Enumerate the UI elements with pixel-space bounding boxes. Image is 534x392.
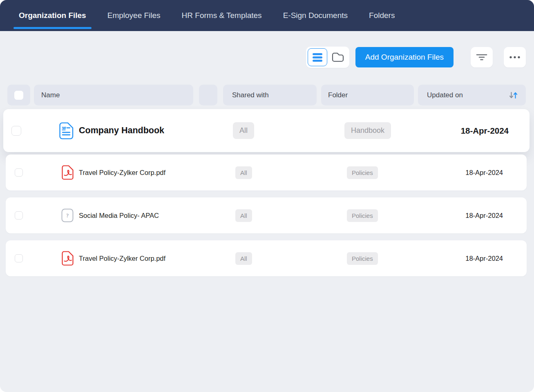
top-navigation: Organization Files Employee Files HR For… [0, 0, 534, 31]
row-checkbox[interactable] [15, 168, 23, 177]
row-checkbox-cell [3, 126, 29, 136]
ellipsis-icon [509, 56, 521, 59]
app-window: Organization Files Employee Files HR For… [0, 0, 534, 392]
file-name: Travel Policy-Zylker Corp.pdf [79, 255, 165, 262]
folder-view-icon [332, 52, 344, 63]
list-view-button[interactable] [308, 48, 327, 66]
svg-text:?: ? [66, 213, 69, 219]
nav-tab-label: Employee Files [107, 11, 161, 20]
tab-folders[interactable]: Folders [364, 0, 400, 31]
column-header-name[interactable]: Name [34, 85, 193, 105]
filter-button[interactable] [471, 47, 493, 67]
toolbar: Add Organization Files [8, 47, 526, 67]
folder-cell: Policies [347, 209, 465, 222]
row-checkbox[interactable] [11, 126, 21, 136]
shared-with-cell: All [235, 209, 347, 222]
column-header-blank [199, 85, 217, 105]
pdf-icon [61, 251, 74, 266]
file-row[interactable]: w Company Handbook All Handbook 18-Apr-2… [3, 109, 530, 152]
file-row[interactable]: ? Social Media Policy- APAC All Policies… [6, 197, 527, 233]
folder-badge: Policies [347, 166, 378, 179]
tab-hr-forms-templates[interactable]: HR Forms & Templates [177, 0, 267, 31]
folder-badge: Policies [347, 252, 378, 265]
view-toggle [306, 47, 349, 68]
folder-badge: Policies [347, 209, 378, 222]
tab-organization-files[interactable]: Organization Files [13, 0, 92, 31]
shared-with-cell: All [235, 252, 347, 265]
updated-on-date: 18-Apr-2024 [465, 169, 527, 177]
nav-tab-label: Folders [369, 11, 395, 20]
sort-icon[interactable] [509, 91, 518, 99]
nav-tab-label: Organization Files [19, 11, 86, 20]
file-row[interactable]: Travel Policy-Zylker Corp.pdf All Polici… [6, 240, 527, 276]
file-rows: w Company Handbook All Handbook 18-Apr-2… [0, 109, 534, 276]
file-cell: Travel Policy-Zylker Corp.pdf [32, 251, 235, 266]
shared-with-cell: All [235, 166, 347, 179]
nav-tab-label: E-Sign Documents [283, 11, 348, 20]
updated-on-date: 18-Apr-2024 [465, 212, 527, 220]
file-name: Travel Policy-Zylker Corp.pdf [79, 169, 165, 177]
folder-view-button[interactable] [328, 48, 348, 66]
updated-on-date: 18-Apr-2024 [465, 255, 527, 262]
updated-on-date: 18-Apr-2024 [461, 126, 530, 136]
list-view-icon [312, 52, 323, 63]
row-checkbox-cell [6, 254, 32, 262]
file-name: Company Handbook [79, 125, 164, 136]
row-checkbox-cell [6, 168, 32, 177]
column-header-shared-with[interactable]: Shared with [223, 85, 317, 105]
folder-cell: Policies [347, 252, 465, 265]
file-cell: Travel Policy-Zylker Corp.pdf [32, 165, 235, 180]
file-row[interactable]: Travel Policy-Zylker Corp.pdf All Polici… [6, 155, 527, 190]
shared-with-badge: All [235, 166, 252, 179]
folder-cell: Handbook [344, 122, 461, 139]
column-header-folder[interactable]: Folder [321, 85, 414, 105]
row-checkbox[interactable] [15, 254, 23, 262]
shared-with-badge: All [235, 209, 252, 222]
select-all-cell [7, 85, 30, 105]
doc-icon: w [59, 122, 74, 139]
select-all-checkbox[interactable] [14, 91, 23, 100]
file-cell: w Company Handbook [29, 122, 233, 139]
updated-on-label: Updated on [427, 91, 463, 99]
file-name: Social Media Policy- APAC [79, 212, 159, 220]
shared-with-badge: All [235, 252, 252, 265]
filter-icon [476, 54, 487, 61]
unknown-file-icon: ? [61, 208, 74, 222]
nav-tab-label: HR Forms & Templates [182, 11, 262, 20]
shared-with-cell: All [233, 122, 344, 139]
row-checkbox[interactable] [15, 211, 23, 220]
shared-with-badge: All [233, 122, 254, 139]
folder-badge: Handbook [344, 122, 391, 139]
row-checkbox-cell [6, 211, 32, 220]
tab-employee-files[interactable]: Employee Files [102, 0, 166, 31]
add-organization-files-button[interactable]: Add Organization Files [355, 47, 454, 67]
more-options-button[interactable] [504, 47, 526, 67]
file-cell: ? Social Media Policy- APAC [32, 208, 235, 222]
table-header: Name Shared with Folder Updated on [7, 85, 526, 105]
pdf-icon [61, 165, 74, 180]
column-header-updated-on[interactable]: Updated on [418, 85, 526, 105]
tab-e-sign-documents[interactable]: E-Sign Documents [278, 0, 353, 31]
folder-cell: Policies [347, 166, 465, 179]
